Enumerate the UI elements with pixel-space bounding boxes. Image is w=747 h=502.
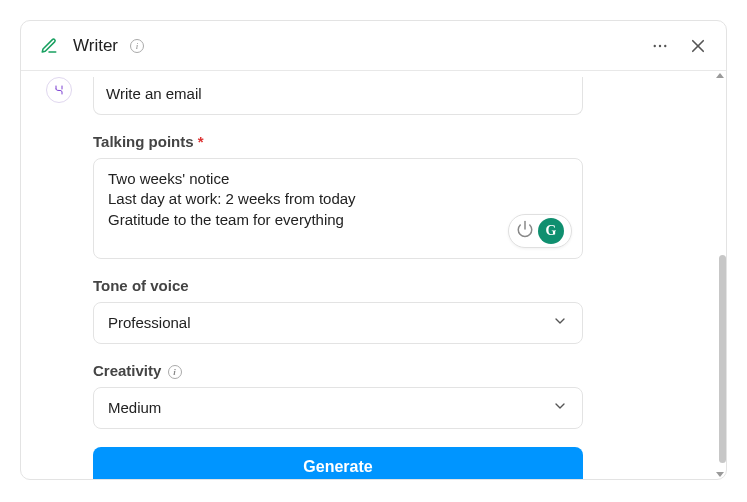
scroll-up-icon[interactable] [716,73,724,78]
panel-header: Writer i [21,21,726,71]
writer-panel: Writer i Write an email Talking points *… [20,20,727,480]
write-type-field[interactable]: Write an email [93,77,583,115]
chevron-down-icon [552,398,568,417]
tone-value: Professional [108,314,191,331]
svg-point-2 [664,44,666,46]
branch-icon [46,77,72,103]
scrollbar-thumb[interactable] [719,255,726,463]
info-icon[interactable]: i [168,365,182,379]
talking-points-value: Two weeks' notice Last day at work: 2 we… [108,169,496,230]
tone-select[interactable]: Professional [93,302,583,344]
tone-label: Tone of voice [93,277,583,294]
chevron-down-icon [552,313,568,332]
scroll-down-icon[interactable] [716,472,724,477]
content-scroll-area: Write an email Talking points * Two week… [21,71,726,479]
creativity-label: Creativity i [93,362,583,379]
svg-point-1 [659,44,661,46]
write-type-value: Write an email [106,85,202,102]
power-icon [516,220,534,241]
creativity-select[interactable]: Medium [93,387,583,429]
svg-point-0 [654,44,656,46]
talking-points-input[interactable]: Two weeks' notice Last day at work: 2 we… [93,158,583,259]
creativity-value: Medium [108,399,161,416]
required-asterisk: * [198,133,204,150]
grammarly-icon: G [538,218,564,244]
panel-title: Writer [73,36,118,56]
talking-points-label: Talking points * [93,133,583,150]
info-icon[interactable]: i [130,39,144,53]
grammarly-widget[interactable]: G [508,214,572,248]
pencil-icon [35,32,63,60]
close-icon[interactable] [684,32,712,60]
more-icon[interactable] [646,32,674,60]
generate-button[interactable]: Generate [93,447,583,479]
